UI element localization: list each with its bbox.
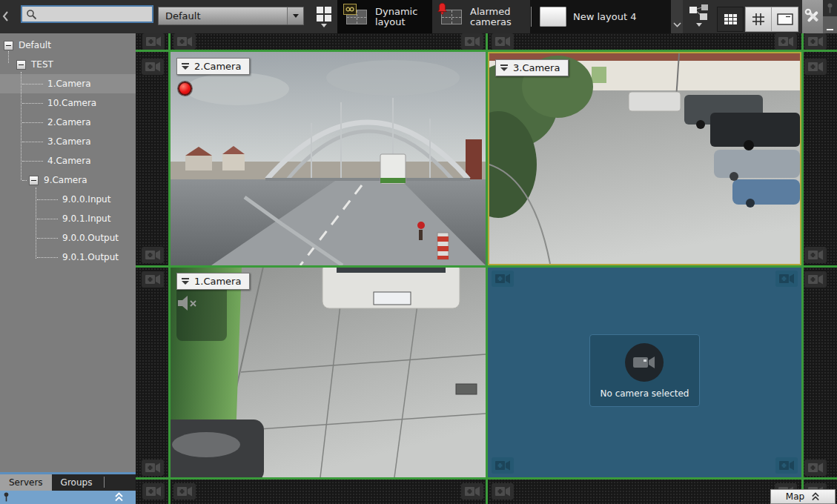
layout-structure-button[interactable]: [687, 4, 712, 32]
pin-icon[interactable]: [3, 491, 10, 504]
chevron-down-icon: [182, 278, 189, 285]
chevron-down-icon: [321, 24, 327, 27]
app-window: Default Dynamic layout: [0, 0, 837, 504]
tab-label: Dynamic layout: [375, 7, 432, 27]
add-camera-icon[interactable]: [804, 247, 827, 263]
tree-item-default[interactable]: Default: [0, 36, 136, 55]
tree-item-9-0-1-input[interactable]: 9.0.1.Input: [0, 209, 136, 228]
grid-3x3-view-button[interactable]: [717, 7, 744, 32]
empty-camera-tile[interactable]: No camera selected: [488, 267, 801, 477]
double-chevron-up-icon: [811, 492, 820, 501]
collapse-box-icon[interactable]: [16, 60, 26, 70]
add-camera-icon[interactable]: [492, 457, 514, 474]
grid-line: [168, 33, 171, 504]
camera-video: [171, 267, 486, 477]
add-camera-icon[interactable]: [142, 483, 165, 500]
tree-item-label: Default: [19, 40, 51, 50]
settings-tools-button[interactable]: [802, 0, 823, 33]
search-box: [21, 5, 153, 23]
tree-connector: [21, 72, 21, 180]
add-camera-icon[interactable]: [142, 247, 164, 263]
tab-alarmed-cameras[interactable]: Alarmed cameras: [432, 0, 530, 33]
tab-groups[interactable]: Groups: [52, 474, 102, 491]
add-camera-icon[interactable]: [804, 460, 827, 476]
pin-icon[interactable]: [823, 0, 837, 16]
tab-dynamic-layout[interactable]: Dynamic layout: [337, 0, 432, 33]
camera-tile-title: 1.Camera: [194, 276, 241, 287]
tab-scroll-down-button[interactable]: [671, 0, 683, 33]
tree-item-9-0-0-input[interactable]: 9.0.0.Input: [0, 190, 136, 209]
wrench-screwdriver-icon: [804, 7, 821, 27]
tree-item-9-0-0-output[interactable]: 9.0.0.Output: [0, 228, 136, 248]
grid-lines-icon: [751, 12, 766, 27]
tree-connector: [37, 219, 58, 219]
camera-tile-3-selected[interactable]: 3.Camera: [488, 52, 801, 265]
alarmed-layout-icon: [440, 8, 463, 26]
add-camera-icon[interactable]: [804, 33, 827, 50]
collapse-toolbar-button[interactable]: [823, 16, 837, 33]
dynamic-layout-icon: [345, 8, 368, 26]
add-camera-icon[interactable]: [775, 33, 797, 50]
search-icon: [26, 9, 37, 20]
alarm-bell-icon: [437, 2, 448, 15]
device-tree: Default TEST 1.Camera 10.Camera 2.Camera…: [0, 33, 136, 472]
add-camera-icon[interactable]: [142, 271, 164, 288]
camera-tile-menu[interactable]: 3.Camera: [495, 59, 569, 76]
no-camera-panel: No camera selected: [589, 334, 701, 407]
add-camera-icon[interactable]: [775, 457, 798, 474]
add-camera-icon[interactable]: [492, 271, 514, 287]
muted-audio-icon[interactable]: [176, 295, 199, 311]
add-camera-icon[interactable]: [804, 59, 827, 75]
grid-line: [136, 265, 837, 268]
tree-connector: [37, 238, 58, 239]
camera-tile-menu[interactable]: 1.Camera: [176, 273, 250, 290]
panel-collapse-bar[interactable]: [0, 491, 136, 504]
camera-tile-2[interactable]: 2.Camera: [171, 52, 486, 265]
camera-video: [171, 52, 486, 265]
layout-select[interactable]: Default: [158, 7, 304, 25]
map-button-label: Map: [786, 491, 804, 502]
add-camera-icon[interactable]: [142, 460, 164, 476]
add-camera-icon[interactable]: [461, 483, 483, 500]
collapse-box-icon[interactable]: [4, 41, 13, 50]
tree-item-label: 3.Camera: [47, 136, 91, 147]
add-camera-icon[interactable]: [173, 483, 196, 500]
add-camera-icon[interactable]: [461, 33, 483, 50]
panel-tabs: Servers Groups: [0, 474, 136, 491]
layouts-grid-button[interactable]: [314, 7, 334, 29]
device-tree-panel: Default TEST 1.Camera 10.Camera 2.Camera…: [0, 33, 136, 504]
tree-item-label: TEST: [31, 59, 53, 70]
tree-connector: [22, 103, 43, 104]
camera-tile-menu[interactable]: 2.Camera: [176, 58, 250, 75]
chevron-down-icon: [500, 64, 508, 71]
chevron-left-icon: [1, 10, 9, 22]
tree-item-label: 1.Camera: [47, 79, 91, 89]
infinity-badge-icon: [343, 4, 357, 15]
camera-tile-1[interactable]: 1.Camera: [171, 267, 486, 477]
grid-3x3-icon: [724, 14, 737, 24]
chevron-down-icon: [696, 23, 702, 27]
add-camera-icon[interactable]: [492, 483, 514, 500]
tab-servers[interactable]: Servers: [0, 474, 52, 491]
collapse-box-icon[interactable]: [29, 176, 39, 185]
grid-lines-view-button[interactable]: [745, 7, 772, 32]
add-camera-icon[interactable]: [492, 33, 514, 50]
collapse-panel-left-button[interactable]: [0, 6, 10, 27]
add-camera-icon[interactable]: [173, 33, 196, 50]
window-icon: [777, 13, 793, 25]
grid-2x2-icon: [317, 7, 331, 21]
search-input[interactable]: [37, 8, 152, 20]
chevron-down-icon: [673, 22, 681, 27]
camera-icon: [625, 343, 664, 382]
add-camera-icon[interactable]: [142, 59, 164, 75]
map-panel-button[interactable]: Map: [770, 489, 836, 504]
tree-item-label: 10.Camera: [47, 98, 96, 108]
add-camera-icon[interactable]: [775, 271, 798, 287]
single-window-view-button[interactable]: [772, 7, 798, 32]
tab-separator: [104, 477, 105, 488]
tab-new-layout-4[interactable]: New layout 4: [532, 0, 670, 33]
tree-item-9-0-1-output[interactable]: 9.0.1.Output: [0, 248, 136, 267]
chevron-down-icon: [182, 63, 189, 70]
add-camera-icon[interactable]: [142, 33, 165, 50]
add-camera-icon[interactable]: [804, 271, 827, 288]
